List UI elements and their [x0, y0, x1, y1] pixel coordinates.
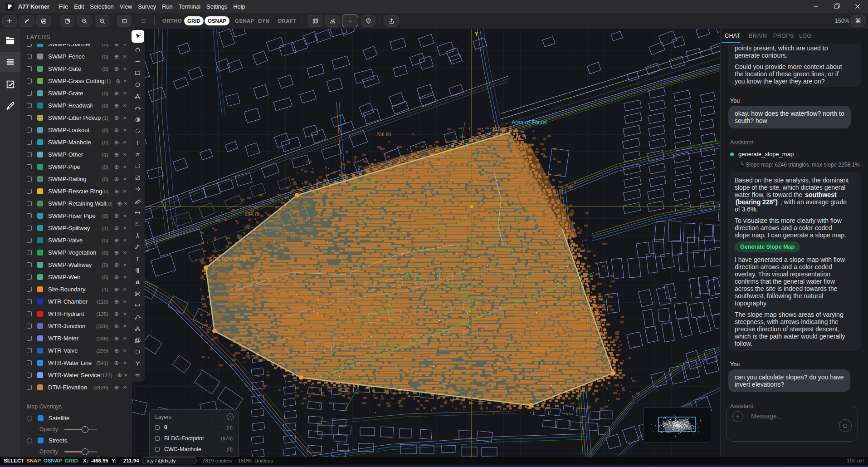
svg-text:287.02: 287.02	[588, 295, 603, 300]
svg-text:235.46: 235.46	[317, 191, 332, 196]
svg-text:Y: Y	[474, 30, 478, 37]
svg-text:245.40: 245.40	[472, 135, 486, 141]
svg-text:237.10: 237.10	[590, 319, 605, 324]
svg-text:237.05: 237.05	[591, 303, 605, 309]
svg-text:237.04: 237.04	[593, 334, 608, 340]
svg-text:234.78: 234.78	[245, 211, 259, 216]
svg-text:237.00: 237.00	[592, 327, 606, 332]
svg-text:SITE BOUNDARY: SITE BOUNDARY	[209, 256, 250, 262]
svg-text:242.76: 242.76	[535, 347, 550, 353]
svg-text:235.31: 235.31	[281, 231, 296, 237]
svg-text:243.44: 243.44	[398, 157, 413, 162]
svg-text:Area of Focus: Area of Focus	[512, 119, 547, 126]
svg-text:236.88: 236.88	[581, 342, 596, 348]
svg-text:237.66: 237.66	[492, 126, 507, 132]
svg-text:236.80: 236.80	[376, 132, 391, 137]
svg-text:244.67: 244.67	[433, 152, 448, 157]
svg-text:236.87: 236.87	[588, 310, 602, 316]
